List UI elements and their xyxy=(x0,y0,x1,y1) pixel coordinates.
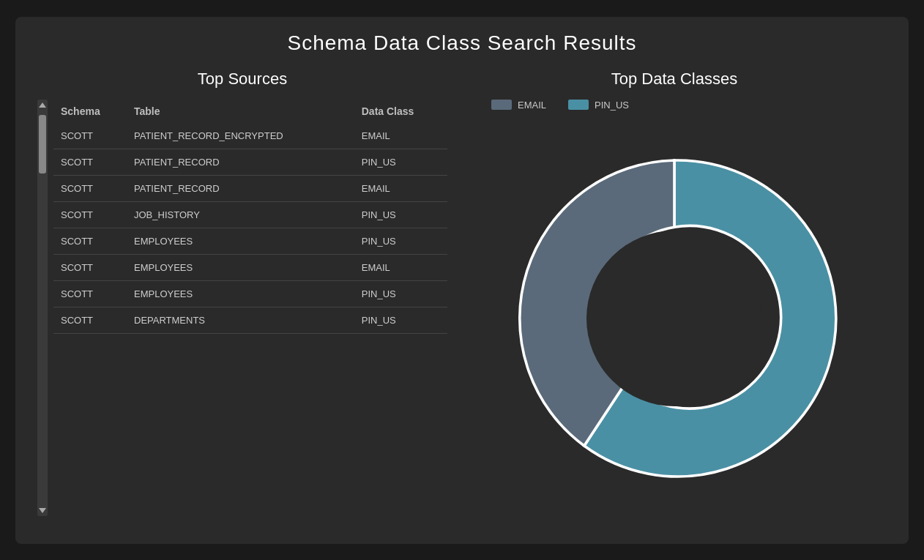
content-row: Top Sources Schema Table Data Class xyxy=(37,70,887,516)
cell-schema: SCOTT xyxy=(53,307,127,333)
col-schema: Schema xyxy=(53,100,127,123)
cell-data-class: EMAIL xyxy=(354,175,447,201)
cell-data-class: PIN_US xyxy=(354,307,447,333)
cell-schema: SCOTT xyxy=(53,280,127,307)
table-row: SCOTTPATIENT_RECORD_ENCRYPTEDEMAIL xyxy=(53,123,447,149)
col-table: Table xyxy=(127,100,354,123)
donut-center-circle xyxy=(586,231,762,406)
legend-pin-us-label: PIN_US xyxy=(595,100,629,111)
cell-table: EMPLOYEES xyxy=(127,228,354,254)
cell-table: EMPLOYEES xyxy=(127,254,354,280)
cell-schema: SCOTT xyxy=(53,175,127,201)
top-data-classes-title: Top Data Classes xyxy=(462,70,887,89)
legend-email: EMAIL xyxy=(491,100,546,111)
table-wrapper: Schema Table Data Class SCOTTPATIENT_REC… xyxy=(37,100,447,516)
cell-schema: SCOTT xyxy=(53,123,127,149)
left-panel: Top Sources Schema Table Data Class xyxy=(37,70,462,516)
table-row: SCOTTEMPLOYEESPIN_US xyxy=(53,228,447,254)
table-row: SCOTTPATIENT_RECORDPIN_US xyxy=(53,149,447,175)
table-row: SCOTTPATIENT_RECORDEMAIL xyxy=(53,175,447,201)
legend-email-label: EMAIL xyxy=(518,100,546,111)
cell-schema: SCOTT xyxy=(53,201,127,228)
main-container: Schema Data Class Search Results Top Sou… xyxy=(15,17,909,544)
cell-table: JOB_HISTORY xyxy=(127,201,354,228)
scroll-down-button[interactable] xyxy=(39,508,46,513)
chart-container xyxy=(462,122,887,516)
legend-pin-us: PIN_US xyxy=(568,100,629,111)
table-row: SCOTTEMPLOYEESPIN_US xyxy=(53,280,447,307)
table-row: SCOTTDEPARTMENTSPIN_US xyxy=(53,307,447,333)
cell-data-class: PIN_US xyxy=(354,280,447,307)
cell-data-class: EMAIL xyxy=(354,123,447,149)
table-row: SCOTTEMPLOYEESEMAIL xyxy=(53,254,447,280)
cell-table: DEPARTMENTS xyxy=(127,307,354,333)
table-row: SCOTTJOB_HISTORYPIN_US xyxy=(53,201,447,228)
cell-table: PATIENT_RECORD xyxy=(127,175,354,201)
cell-table: EMPLOYEES xyxy=(127,280,354,307)
page-title: Schema Data Class Search Results xyxy=(37,31,887,55)
table-area: Schema Table Data Class SCOTTPATIENT_REC… xyxy=(53,100,447,516)
donut-chart xyxy=(499,143,850,494)
sources-table: Schema Table Data Class SCOTTPATIENT_REC… xyxy=(53,100,447,334)
cell-data-class: PIN_US xyxy=(354,201,447,228)
right-panel: Top Data Classes EMAIL PIN_US xyxy=(462,70,887,516)
col-data-class: Data Class xyxy=(354,100,447,123)
scroll-up-button[interactable] xyxy=(39,102,46,108)
cell-data-class: PIN_US xyxy=(354,149,447,175)
top-sources-title: Top Sources xyxy=(37,70,447,89)
chart-legend: EMAIL PIN_US xyxy=(462,100,887,111)
legend-pin-us-color xyxy=(568,100,589,110)
cell-data-class: EMAIL xyxy=(354,254,447,280)
table-header-row: Schema Table Data Class xyxy=(53,100,447,123)
scroll-thumb[interactable] xyxy=(39,115,46,173)
legend-email-color xyxy=(491,100,512,110)
cell-schema: SCOTT xyxy=(53,149,127,175)
cell-table: PATIENT_RECORD xyxy=(127,149,354,175)
scrollbar[interactable] xyxy=(37,100,48,516)
cell-table: PATIENT_RECORD_ENCRYPTED xyxy=(127,123,354,149)
cell-schema: SCOTT xyxy=(53,228,127,254)
cell-schema: SCOTT xyxy=(53,254,127,280)
cell-data-class: PIN_US xyxy=(354,228,447,254)
